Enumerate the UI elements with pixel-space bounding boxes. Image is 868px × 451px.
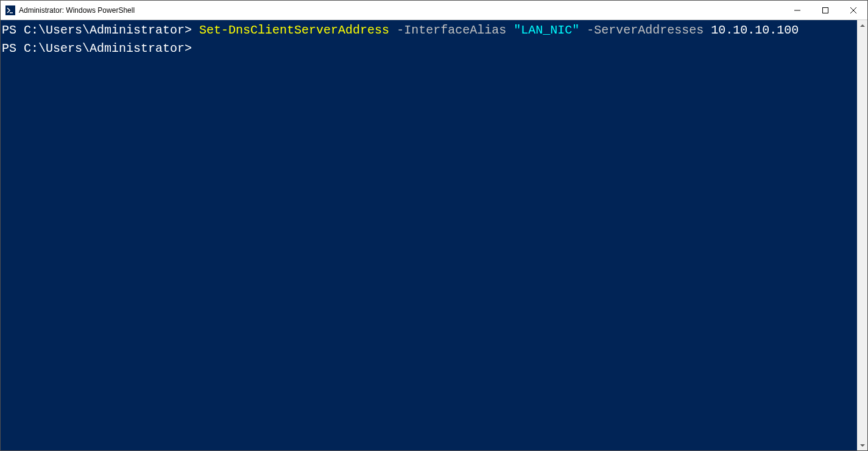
close-button[interactable] [839, 1, 867, 20]
window-controls [783, 1, 867, 20]
vertical-scrollbar[interactable] [857, 20, 867, 450]
scroll-up-arrow[interactable] [857, 20, 867, 30]
param-serveraddresses: -ServerAddresses [579, 23, 711, 37]
cmdlet-text: Set-DnsClientServerAddress [199, 23, 389, 37]
scroll-track[interactable] [857, 30, 867, 440]
titlebar[interactable]: Administrator: Windows PowerShell [1, 1, 867, 20]
terminal-container: PS C:\Users\Administrator> Set-DnsClient… [1, 20, 867, 450]
powershell-icon [5, 5, 15, 15]
minimize-button[interactable] [783, 1, 811, 20]
terminal-area[interactable]: PS C:\Users\Administrator> Set-DnsClient… [1, 20, 857, 450]
param-interfacealias: -InterfaceAlias [389, 23, 513, 37]
window-title: Administrator: Windows PowerShell [19, 6, 783, 15]
ip-value: 10.10.10.100 [711, 23, 799, 37]
prompt-2: PS C:\Users\Administrator> [2, 41, 192, 55]
powershell-window: Administrator: Windows PowerShell PS C:\ [0, 0, 868, 451]
string-lannic: "LAN_NIC" [513, 23, 579, 37]
maximize-button[interactable] [811, 1, 839, 20]
svg-rect-3 [823, 7, 828, 13]
prompt-1: PS C:\Users\Administrator> [2, 23, 199, 37]
scroll-down-arrow[interactable] [857, 440, 867, 450]
